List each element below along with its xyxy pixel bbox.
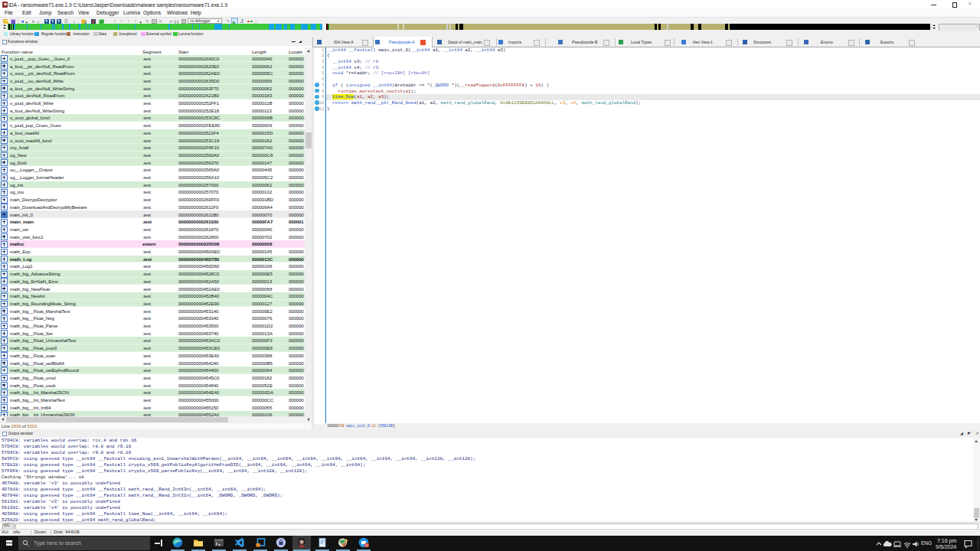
svg-text:10: 10 xyxy=(365,543,369,547)
